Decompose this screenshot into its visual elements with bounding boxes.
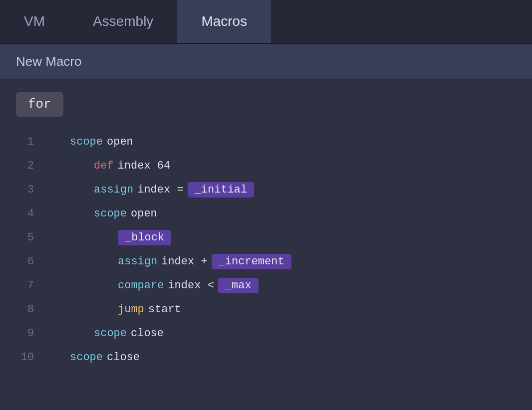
line-number: 3 xyxy=(16,184,46,196)
code-line-8: 8jumpstart xyxy=(16,298,516,320)
line-content: scopeopen xyxy=(46,207,157,220)
code-area: for 1scopeopen2defindex 643assignindex =… xyxy=(0,80,532,380)
keyword: def xyxy=(94,160,114,172)
macro-tag[interactable]: for xyxy=(16,92,63,117)
line-number: 10 xyxy=(16,351,46,364)
keyword: close xyxy=(107,351,140,364)
macro-param[interactable]: _block xyxy=(118,230,171,245)
code-line-5: 5_block xyxy=(16,226,516,248)
macro-tag-container: for xyxy=(16,92,516,131)
line-content: assignindex +_increment xyxy=(46,254,291,269)
keyword: close xyxy=(131,327,164,340)
code-block: 1scopeopen2defindex 643assignindex =_ini… xyxy=(16,131,516,368)
line-content: assignindex =_initial xyxy=(46,182,254,198)
keyword: index = xyxy=(137,184,183,196)
code-line-7: 7compareindex <_max xyxy=(16,274,516,296)
keyword: compare xyxy=(118,279,164,292)
code-line-10: 10scopeclose xyxy=(16,346,516,368)
line-content: scopeclose xyxy=(46,327,164,340)
line-content: compareindex <_max xyxy=(46,278,259,293)
macro-param[interactable]: _initial xyxy=(188,182,255,198)
line-content: scopeopen xyxy=(46,136,133,148)
macro-param[interactable]: _increment xyxy=(212,254,291,269)
keyword: jump xyxy=(118,303,144,316)
code-line-4: 4scopeopen xyxy=(16,203,516,224)
line-number: 7 xyxy=(16,279,46,292)
tab-vm[interactable]: VM xyxy=(0,0,69,43)
line-content: defindex 64 xyxy=(46,160,170,172)
toolbar: New Macro xyxy=(0,44,532,80)
code-line-9: 9scopeclose xyxy=(16,322,516,344)
code-line-6: 6assignindex +_increment xyxy=(16,250,516,272)
keyword: open xyxy=(131,207,157,220)
keyword: start xyxy=(148,303,181,316)
toolbar-label: New Macro xyxy=(16,54,81,69)
macro-param[interactable]: _max xyxy=(218,278,259,293)
tab-bar: VMAssemblyMacros xyxy=(0,0,532,44)
keyword: scope xyxy=(70,136,103,148)
line-content: scopeclose xyxy=(46,351,140,364)
tab-macros[interactable]: Macros xyxy=(177,0,271,43)
line-number: 2 xyxy=(16,160,46,172)
keyword: scope xyxy=(70,351,103,364)
line-content: jumpstart xyxy=(46,303,181,316)
keyword: scope xyxy=(94,207,127,220)
line-number: 8 xyxy=(16,303,46,316)
tab-assembly[interactable]: Assembly xyxy=(69,0,177,43)
line-number: 4 xyxy=(16,207,46,220)
keyword: assign xyxy=(118,255,157,268)
line-content: _block xyxy=(46,230,171,245)
keyword: assign xyxy=(94,184,133,196)
line-number: 9 xyxy=(16,327,46,340)
line-number: 6 xyxy=(16,255,46,268)
code-line-3: 3assignindex =_initial xyxy=(16,179,516,201)
keyword: index + xyxy=(161,255,207,268)
line-number: 1 xyxy=(16,136,46,148)
code-line-1: 1scopeopen xyxy=(16,131,516,153)
keyword: index < xyxy=(168,279,214,292)
keyword: index 64 xyxy=(118,160,171,172)
code-line-2: 2defindex 64 xyxy=(16,155,516,177)
keyword: scope xyxy=(94,327,127,340)
line-number: 5 xyxy=(16,231,46,244)
keyword: open xyxy=(107,136,133,148)
